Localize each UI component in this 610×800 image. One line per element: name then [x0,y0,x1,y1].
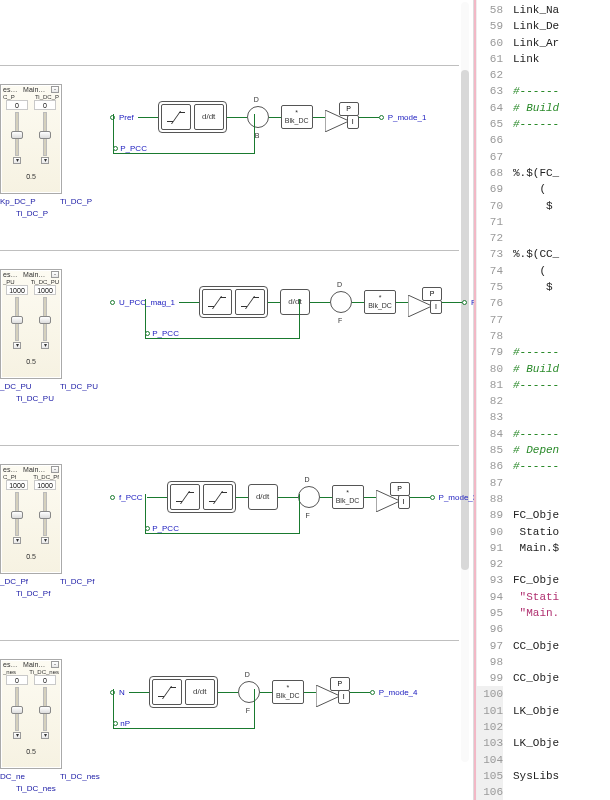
summing-junction[interactable] [330,291,352,313]
code-line[interactable] [513,312,610,328]
code-line[interactable]: #------ [513,83,610,99]
slider-thumb[interactable] [39,511,51,519]
code-line[interactable]: Statio [513,524,610,540]
slider-menu-button[interactable]: ▾ [41,537,49,544]
code-area[interactable]: Link_NaLink_DeLink_ArLink#------# Build#… [507,0,610,800]
slider-track[interactable] [15,492,19,536]
pi-controller-block[interactable]: P I [316,677,350,707]
slider-thumb[interactable] [11,316,23,324]
code-line[interactable]: $ [513,279,610,295]
slider-readout[interactable]: 1000 [34,285,56,295]
slider-menu-button[interactable]: ▾ [13,537,21,544]
slider-readout[interactable]: 1000 [34,480,56,490]
slider-track[interactable] [15,112,19,156]
slider-readout[interactable]: 0 [6,675,28,685]
slider-menu-button[interactable]: ▾ [13,157,21,164]
code-line[interactable]: %.$(FC_ [513,165,610,181]
slider-panel[interactable]: es… Main… - C_Pf Ti_DC_Pf 1000 ▾ 1000 ▾ … [0,464,62,574]
slider-thumb[interactable] [39,316,51,324]
slider-panel[interactable]: es… Main… - _nes Ti_DC_nes 0 ▾ 0 ▾ 0.5 [0,659,62,769]
code-line[interactable] [513,328,610,344]
code-line[interactable]: Link_Ar [513,35,610,51]
code-line[interactable] [513,475,610,491]
gain-block[interactable]: * Blk_DC [364,290,396,314]
code-line[interactable]: CC_Obje [513,638,610,654]
slider-track[interactable] [43,112,47,156]
code-line[interactable] [513,491,610,507]
code-line[interactable] [513,393,610,409]
pi-controller-block[interactable]: P I [408,287,442,317]
slider-menu-button[interactable]: ▾ [13,342,21,349]
code-line[interactable]: ( [513,263,610,279]
summing-junction[interactable] [298,486,320,508]
slider-thumb[interactable] [11,706,23,714]
code-line[interactable] [513,621,610,637]
slider-track[interactable] [43,687,47,731]
pi-controller-block[interactable]: P I [376,482,410,512]
code-line[interactable]: Main.$ [513,540,610,556]
gain-block[interactable]: * Blk_DC [332,485,364,509]
slider-track[interactable] [43,492,47,536]
slider-readout[interactable]: 1000 [6,285,28,295]
slider-track[interactable] [43,297,47,341]
code-line[interactable]: ( [513,181,610,197]
code-line[interactable]: LK_Obje [513,735,610,751]
minimize-button[interactable]: - [51,271,59,278]
slider-readout[interactable]: 1000 [6,480,28,490]
code-line[interactable] [513,784,610,800]
code-line[interactable]: #------ [513,344,610,360]
code-line[interactable]: FC_Obje [513,572,610,588]
minimize-button[interactable]: - [51,466,59,473]
code-line[interactable]: Link_De [513,18,610,34]
code-line[interactable]: # Depen [513,442,610,458]
code-line[interactable] [513,409,610,425]
code-line[interactable] [513,752,610,768]
code-line[interactable]: LK_Obje [513,703,610,719]
slider-readout[interactable]: 0 [34,675,56,685]
gain-block[interactable]: * Blk_DC [281,105,313,129]
code-line[interactable]: FC_Obje [513,507,610,523]
code-line[interactable] [513,67,610,83]
slider-thumb[interactable] [39,706,51,714]
slider-thumb[interactable] [11,511,23,519]
code-line[interactable] [513,654,610,670]
slider-menu-button[interactable]: ▾ [41,342,49,349]
code-line[interactable] [513,556,610,572]
slider-menu-button[interactable]: ▾ [41,157,49,164]
slider-panel[interactable]: es… Main… - _PU Ti_DC_PU 1000 ▾ 1000 ▾ 0… [0,269,62,379]
slider-thumb[interactable] [11,131,23,139]
slider-menu-button[interactable]: ▾ [13,732,21,739]
code-line[interactable]: CC_Obje [513,670,610,686]
code-line[interactable]: # Build [513,100,610,116]
code-line[interactable] [513,214,610,230]
code-line[interactable] [513,719,610,735]
code-line[interactable]: "Stati [513,589,610,605]
slider-panel[interactable]: es… Main… - C_P Ti_DC_P 0 ▾ 0 ▾ 0.5 [0,84,62,194]
code-line[interactable] [513,295,610,311]
slider-thumb[interactable] [39,131,51,139]
slider-readout[interactable]: 0 [34,100,56,110]
code-line[interactable]: SysLibs [513,768,610,784]
slider-track[interactable] [15,297,19,341]
slider-readout[interactable]: 0 [6,100,28,110]
code-line[interactable]: $ [513,198,610,214]
slider-track[interactable] [15,687,19,731]
code-line[interactable] [513,149,610,165]
code-line[interactable]: %.$(CC_ [513,246,610,262]
code-line[interactable]: "Main. [513,605,610,621]
gain-block[interactable]: * Blk_DC [272,680,304,704]
code-line[interactable] [513,132,610,148]
minimize-button[interactable]: - [51,86,59,93]
code-line[interactable]: #------ [513,116,610,132]
pi-controller-block[interactable]: P I [325,102,359,132]
code-line[interactable]: #------ [513,426,610,442]
code-line[interactable]: Link [513,51,610,67]
code-line[interactable] [513,230,610,246]
minimize-button[interactable]: - [51,661,59,668]
code-line[interactable]: Link_Na [513,2,610,18]
code-line[interactable] [513,686,610,702]
slider-menu-button[interactable]: ▾ [41,732,49,739]
code-line[interactable]: #------ [513,458,610,474]
code-line[interactable]: #------ [513,377,610,393]
diagram-pane[interactable]: es… Main… - C_P Ti_DC_P 0 ▾ 0 ▾ 0.5 Kp_D… [0,0,474,800]
